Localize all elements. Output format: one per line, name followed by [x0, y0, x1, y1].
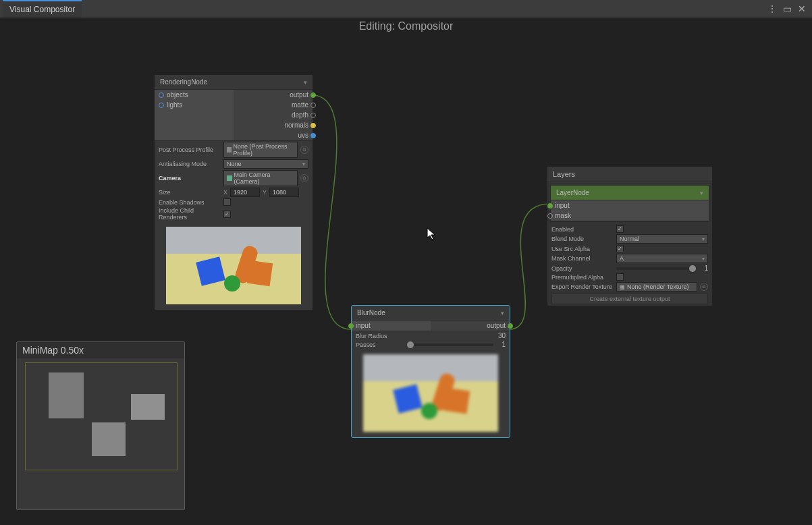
opacity-label: Opacity	[551, 265, 612, 272]
object-picker-icon[interactable]: ⊙	[300, 174, 308, 182]
camera-field[interactable]: Main Camera (Camera)	[223, 170, 298, 186]
minimap-title: MiniMap 0.50x	[17, 342, 184, 358]
chevron-down-icon[interactable]: ▾	[501, 310, 504, 316]
blend-mode-dropdown[interactable]: Normal▾	[616, 234, 708, 244]
include-child-label: Include Child Renderers	[159, 207, 219, 221]
port-depth[interactable]: depth	[234, 110, 313, 120]
layer-node-title: LayerNode	[556, 189, 700, 196]
node-blur[interactable]: BlurNode ▾ input output Blur Radius 30 P…	[351, 305, 510, 438]
enable-shadows-label: Enable Shadows	[159, 199, 219, 206]
port-input[interactable]: input	[352, 321, 431, 331]
use-src-alpha-checkbox[interactable]: ✓	[616, 245, 624, 252]
use-src-alpha-label: Use Src Alpha	[551, 246, 612, 252]
window-tab[interactable]: Visual Compositor	[3, 0, 82, 18]
layer-node-header[interactable]: LayerNode ▾	[551, 186, 709, 200]
size-label: Size	[159, 189, 219, 196]
preview-rendering	[166, 227, 301, 304]
blur-radius-value[interactable]: 30	[498, 332, 506, 339]
create-external-button[interactable]: Create external texture output	[551, 294, 708, 304]
close-icon[interactable]: ✕	[796, 3, 808, 15]
chevron-down-icon[interactable]: ▾	[304, 79, 307, 86]
preview-blur	[363, 354, 498, 432]
post-process-profile-label: Post Process Profile	[159, 146, 219, 153]
export-rt-field[interactable]: ▦None (Render Texture)	[616, 282, 697, 292]
node-header[interactable]: BlurNode ▾	[352, 306, 510, 321]
node-header[interactable]: RenderingNode ▾	[155, 75, 313, 90]
mask-channel-dropdown[interactable]: A▾	[616, 254, 708, 263]
cursor-icon	[427, 227, 436, 241]
camera-label: Camera	[159, 175, 219, 182]
object-picker-icon[interactable]: ⊙	[300, 146, 308, 154]
panel-title: Layers	[547, 167, 712, 182]
port-uvs[interactable]: uvs	[234, 130, 313, 140]
antialiasing-label: Antialiasing Mode	[159, 161, 219, 167]
mask-channel-label: Mask Channel	[551, 255, 612, 262]
node-title: RenderingNode	[160, 78, 304, 86]
minimap-node	[49, 372, 84, 418]
object-picker-icon[interactable]: ⊙	[700, 283, 708, 291]
export-rt-label: Export Render Texture	[551, 283, 612, 290]
titlebar: Visual Compositor ⋮ ▭ ✕	[0, 0, 812, 18]
texture-icon: ▦	[620, 284, 625, 290]
camera-icon	[227, 175, 232, 181]
object-icon	[227, 147, 232, 153]
port-mask[interactable]: mask	[551, 211, 709, 221]
blend-mode-label: Blend Mode	[551, 236, 612, 242]
enabled-label: Enabled	[551, 226, 612, 233]
minimap-panel[interactable]: MiniMap 0.50x	[16, 341, 185, 510]
premultiplied-label: Premultiplied Alpha	[551, 274, 612, 281]
port-output[interactable]: output	[234, 90, 313, 100]
maximize-icon[interactable]: ▭	[781, 3, 793, 15]
node-title: BlurNode	[357, 309, 501, 316]
minimap-viewport[interactable]	[25, 362, 178, 470]
premultiplied-checkbox[interactable]	[616, 273, 624, 281]
passes-slider[interactable]	[407, 343, 493, 346]
minimap-node	[131, 394, 165, 420]
port-normals[interactable]: normals	[234, 120, 313, 130]
port-input[interactable]: input	[551, 200, 709, 211]
chevron-down-icon: ▾	[702, 236, 705, 242]
size-y-field[interactable]: 1080	[269, 188, 299, 197]
kebab-icon[interactable]: ⋮	[766, 3, 778, 15]
include-child-checkbox[interactable]: ✓	[223, 211, 231, 218]
minimap-node	[92, 422, 126, 456]
chevron-down-icon[interactable]: ▾	[700, 190, 703, 196]
antialiasing-dropdown[interactable]: None▾	[223, 159, 308, 169]
blur-radius-label: Blur Radius	[356, 333, 403, 339]
passes-label: Passes	[356, 341, 403, 348]
enabled-checkbox[interactable]: ✓	[616, 225, 624, 233]
enable-shadows-checkbox[interactable]	[223, 198, 231, 206]
opacity-value[interactable]: 1	[699, 265, 708, 272]
opacity-slider[interactable]	[616, 267, 696, 270]
passes-value[interactable]: 1	[496, 341, 506, 348]
port-output[interactable]: output	[431, 321, 510, 331]
port-matte[interactable]: matte	[234, 100, 313, 110]
chevron-down-icon: ▾	[302, 161, 305, 167]
port-objects[interactable]: objects	[155, 90, 234, 100]
node-rendering[interactable]: RenderingNode ▾ objects lights output ma…	[154, 74, 313, 310]
size-x-field[interactable]: 1920	[230, 188, 260, 197]
panel-layers[interactable]: Layers LayerNode ▾ input mask Enabled ✓ …	[547, 166, 713, 306]
post-process-profile-field[interactable]: None (Post Process Profile)	[223, 142, 298, 158]
graph-canvas[interactable]: RenderingNode ▾ objects lights output ma…	[0, 18, 812, 525]
chevron-down-icon: ▾	[702, 256, 705, 262]
port-lights[interactable]: lights	[155, 100, 234, 110]
